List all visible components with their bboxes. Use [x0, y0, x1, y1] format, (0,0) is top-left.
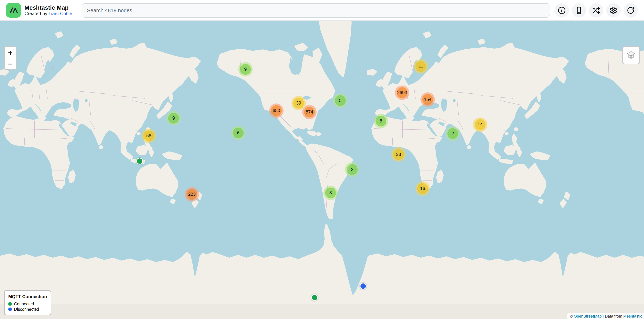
cluster-count: 2: [448, 128, 458, 139]
legend-item: Disconnected: [8, 307, 47, 312]
node-cluster-australia[interactable]: 223: [185, 187, 199, 202]
title-block: Meshtastic Map Created by Liam Cottle: [24, 4, 72, 16]
ice-shelf-band: [0, 304, 644, 319]
node-cluster-southern-africa[interactable]: 16: [416, 181, 430, 196]
node-cluster-arabia[interactable]: 2: [446, 126, 460, 141]
node-cluster-canada-maritimes[interactable]: 5: [333, 93, 348, 108]
legend-label: Disconnected: [14, 307, 39, 312]
cluster-count: 6: [233, 128, 244, 138]
layers-control[interactable]: [622, 46, 640, 64]
cluster-count: 8: [325, 188, 336, 198]
world-map[interactable]: + − MQTT Connection ConnectedDisconnecte…: [0, 21, 644, 319]
smartphone-icon: [575, 6, 583, 14]
mqtt-legend: MQTT Connection ConnectedDisconnected: [4, 290, 52, 316]
node-cluster-northwest-africa[interactable]: 8: [374, 114, 388, 128]
node-cluster-southeast-asia[interactable]: 58: [142, 129, 156, 143]
legend-dot-icon: [8, 308, 12, 311]
zoom-out-button[interactable]: −: [5, 58, 16, 69]
legend-dot-icon: [8, 302, 12, 306]
layers-icon: [626, 50, 636, 60]
cluster-count: 33: [393, 149, 404, 160]
zoom-in-button[interactable]: +: [5, 47, 16, 58]
node-cluster-argentina[interactable]: 8: [324, 186, 338, 200]
meshtastic-map-app: + − MQTT Connection ConnectedDisconnecte…: [0, 0, 644, 319]
header-buttons: [554, 3, 638, 17]
attribution-middle: | Data from: [602, 314, 623, 318]
search-wrap: [82, 3, 550, 17]
cluster-count: 58: [144, 130, 154, 141]
cluster-count: 2693: [397, 87, 408, 98]
cluster-count: 11: [416, 61, 426, 72]
byline: Created by Liam Cottle: [24, 11, 72, 16]
map-attribution: © OpenStreetMap | Data from Meshtastic: [567, 313, 644, 319]
meshtastic-link[interactable]: Meshtastic: [623, 314, 642, 318]
author-link[interactable]: Liam Cottle: [48, 10, 72, 16]
node-cluster-pacific[interactable]: 6: [231, 126, 246, 140]
app-title: Meshtastic Map: [24, 4, 72, 11]
node-cluster-us-west[interactable]: 650: [269, 103, 284, 118]
node-cluster-eastern-europe[interactable]: 154: [420, 92, 435, 107]
meshtastic-logo: [6, 3, 21, 17]
node-cluster-western-europe[interactable]: 2693: [395, 85, 409, 100]
node-cluster-alaska[interactable]: 9: [238, 62, 253, 76]
cluster-count: 650: [271, 105, 282, 116]
refresh-button[interactable]: [624, 3, 638, 17]
node-marker-connected[interactable]: [311, 294, 318, 301]
cluster-count: 2: [347, 164, 358, 175]
legend-item: Connected: [8, 302, 47, 306]
openstreetmap-link[interactable]: OpenStreetMap: [574, 314, 602, 318]
node-marker-disconnected[interactable]: [360, 283, 366, 290]
info-button[interactable]: [554, 3, 569, 17]
legend-label: Connected: [14, 302, 34, 306]
node-cluster-us-east[interactable]: 874: [302, 105, 316, 119]
cluster-count: 154: [422, 94, 433, 105]
node-cluster-india[interactable]: 14: [473, 117, 487, 132]
cluster-count: 874: [304, 107, 315, 117]
node-cluster-japan[interactable]: 9: [166, 111, 181, 125]
top-bar: Meshtastic Map Created by Liam Cottle: [0, 0, 644, 21]
info-icon: [558, 6, 566, 14]
mountain-logo-icon: [8, 5, 18, 15]
cluster-count: 9: [240, 64, 251, 75]
mobile-app-button[interactable]: [572, 3, 586, 17]
legend-title: MQTT Connection: [8, 294, 47, 299]
cluster-count: 9: [168, 113, 179, 124]
attribution-copyright: ©: [570, 314, 574, 318]
refresh-icon: [627, 6, 635, 14]
cluster-count: 39: [293, 98, 304, 108]
cluster-count: 8: [376, 116, 386, 126]
random-node-button[interactable]: [589, 3, 604, 17]
zoom-control: + −: [4, 46, 16, 70]
cluster-count: 223: [186, 189, 197, 200]
node-cluster-brazil[interactable]: 2: [345, 162, 360, 177]
cluster-count: 5: [335, 95, 346, 106]
map-tiles: [0, 21, 644, 319]
settings-button[interactable]: [606, 3, 621, 17]
gear-icon: [610, 6, 618, 14]
node-marker-connected[interactable]: [136, 158, 143, 165]
node-cluster-gulf-of-guinea[interactable]: 33: [391, 147, 406, 162]
byline-prefix: Created by: [24, 10, 48, 16]
cluster-count: 14: [475, 119, 486, 130]
cluster-count: 16: [417, 183, 428, 194]
search-input[interactable]: [82, 3, 550, 17]
node-cluster-scandinavia[interactable]: 11: [414, 59, 428, 74]
shuffle-icon: [592, 6, 600, 14]
